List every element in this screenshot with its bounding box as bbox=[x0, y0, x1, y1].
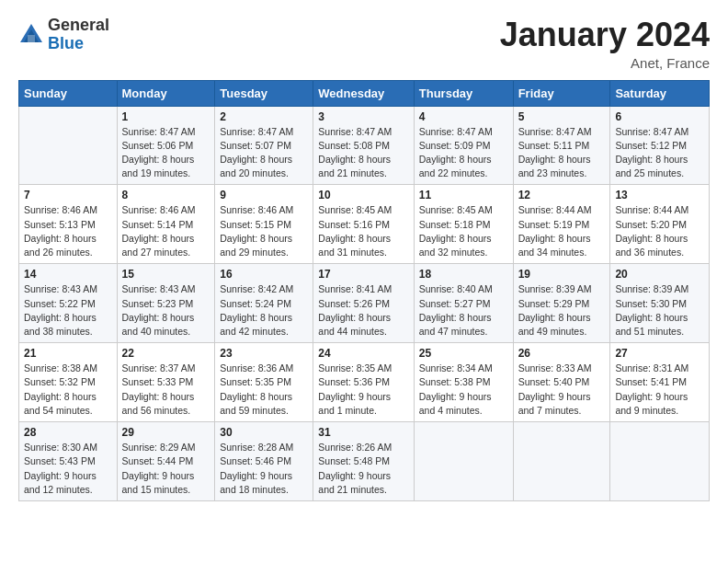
day-number: 24 bbox=[318, 347, 408, 360]
daylight-text-line2: and 31 minutes. bbox=[318, 246, 408, 259]
calendar-cell: 9Sunrise: 8:46 AMSunset: 5:15 PMDaylight… bbox=[215, 185, 313, 264]
calendar-cell bbox=[610, 422, 710, 501]
day-info: Sunrise: 8:26 AMSunset: 5:48 PMDaylight:… bbox=[318, 441, 408, 497]
day-number: 16 bbox=[220, 268, 308, 281]
daylight-text-line1: Daylight: 8 hours bbox=[24, 311, 112, 325]
sunset-text: Sunset: 5:09 PM bbox=[419, 139, 508, 153]
calendar-cell: 12Sunrise: 8:44 AMSunset: 5:19 PMDayligh… bbox=[513, 185, 610, 264]
day-number: 6 bbox=[615, 110, 704, 123]
daylight-text-line1: Daylight: 8 hours bbox=[419, 311, 508, 325]
day-number: 18 bbox=[419, 268, 508, 281]
sunrise-text: Sunrise: 8:40 AM bbox=[419, 282, 508, 296]
weekday-row: SundayMondayTuesdayWednesdayThursdayFrid… bbox=[19, 80, 710, 106]
daylight-text-line2: and 47 minutes. bbox=[419, 325, 508, 339]
calendar-week-row: 7Sunrise: 8:46 AMSunset: 5:13 PMDaylight… bbox=[19, 185, 710, 264]
sunset-text: Sunset: 5:16 PM bbox=[318, 218, 408, 232]
daylight-text-line2: and 4 minutes. bbox=[419, 404, 508, 418]
sunset-text: Sunset: 5:38 PM bbox=[419, 375, 508, 389]
calendar-cell: 2Sunrise: 8:47 AMSunset: 5:07 PMDaylight… bbox=[215, 106, 313, 185]
day-number: 29 bbox=[122, 426, 210, 439]
day-number: 28 bbox=[24, 426, 112, 439]
day-number: 23 bbox=[220, 347, 308, 360]
daylight-text-line1: Daylight: 9 hours bbox=[318, 469, 408, 483]
daylight-text-line1: Daylight: 9 hours bbox=[122, 469, 210, 483]
day-number: 22 bbox=[122, 347, 210, 360]
day-info: Sunrise: 8:44 AMSunset: 5:19 PMDaylight:… bbox=[518, 203, 606, 259]
calendar-cell bbox=[19, 106, 118, 185]
sunrise-text: Sunrise: 8:43 AM bbox=[24, 282, 112, 296]
sunset-text: Sunset: 5:41 PM bbox=[615, 375, 704, 389]
calendar-cell: 13Sunrise: 8:44 AMSunset: 5:20 PMDayligh… bbox=[610, 185, 710, 264]
daylight-text-line2: and 42 minutes. bbox=[220, 325, 308, 339]
sunset-text: Sunset: 5:46 PM bbox=[220, 454, 308, 468]
daylight-text-line2: and 59 minutes. bbox=[220, 404, 308, 418]
calendar-cell: 28Sunrise: 8:30 AMSunset: 5:43 PMDayligh… bbox=[19, 422, 118, 501]
day-number: 21 bbox=[24, 347, 112, 360]
day-info: Sunrise: 8:44 AMSunset: 5:20 PMDaylight:… bbox=[615, 203, 704, 259]
calendar-cell: 30Sunrise: 8:28 AMSunset: 5:46 PMDayligh… bbox=[215, 422, 313, 501]
daylight-text-line2: and 56 minutes. bbox=[122, 404, 210, 418]
sunset-text: Sunset: 5:40 PM bbox=[518, 375, 606, 389]
calendar-cell: 19Sunrise: 8:39 AMSunset: 5:29 PMDayligh… bbox=[513, 264, 610, 343]
day-number: 1 bbox=[122, 110, 210, 123]
daylight-text-line2: and 36 minutes. bbox=[615, 246, 704, 259]
sunset-text: Sunset: 5:35 PM bbox=[220, 375, 308, 389]
day-number: 2 bbox=[220, 110, 308, 123]
calendar-week-row: 1Sunrise: 8:47 AMSunset: 5:06 PMDaylight… bbox=[19, 106, 710, 185]
day-info: Sunrise: 8:43 AMSunset: 5:23 PMDaylight:… bbox=[122, 282, 210, 339]
calendar-cell: 14Sunrise: 8:43 AMSunset: 5:22 PMDayligh… bbox=[19, 264, 118, 343]
calendar-cell: 5Sunrise: 8:47 AMSunset: 5:11 PMDaylight… bbox=[513, 106, 610, 185]
day-info: Sunrise: 8:41 AMSunset: 5:26 PMDaylight:… bbox=[318, 282, 408, 339]
sunset-text: Sunset: 5:48 PM bbox=[318, 454, 408, 468]
daylight-text-line2: and 7 minutes. bbox=[518, 404, 606, 418]
day-info: Sunrise: 8:38 AMSunset: 5:32 PMDaylight:… bbox=[24, 362, 112, 418]
day-number: 9 bbox=[220, 189, 308, 201]
sunset-text: Sunset: 5:08 PM bbox=[318, 139, 408, 153]
daylight-text-line1: Daylight: 8 hours bbox=[318, 232, 408, 246]
sunset-text: Sunset: 5:23 PM bbox=[122, 297, 210, 311]
daylight-text-line1: Daylight: 9 hours bbox=[518, 390, 606, 404]
weekday-header-thursday: Thursday bbox=[414, 80, 513, 106]
logo-general-text: General bbox=[48, 17, 109, 35]
daylight-text-line1: Daylight: 8 hours bbox=[122, 390, 210, 404]
day-number: 4 bbox=[419, 110, 508, 123]
daylight-text-line1: Daylight: 9 hours bbox=[318, 390, 408, 404]
daylight-text-line1: Daylight: 8 hours bbox=[615, 153, 704, 167]
sunrise-text: Sunrise: 8:28 AM bbox=[220, 441, 308, 454]
sunset-text: Sunset: 5:44 PM bbox=[122, 454, 210, 468]
day-info: Sunrise: 8:39 AMSunset: 5:29 PMDaylight:… bbox=[518, 282, 606, 339]
daylight-text-line2: and 54 minutes. bbox=[24, 404, 112, 418]
sunset-text: Sunset: 5:14 PM bbox=[122, 218, 210, 232]
calendar-cell bbox=[513, 422, 610, 501]
sunrise-text: Sunrise: 8:44 AM bbox=[518, 203, 606, 217]
sunset-text: Sunset: 5:18 PM bbox=[419, 218, 508, 232]
daylight-text-line2: and 29 minutes. bbox=[220, 246, 308, 259]
daylight-text-line1: Daylight: 8 hours bbox=[318, 311, 408, 325]
day-info: Sunrise: 8:47 AMSunset: 5:08 PMDaylight:… bbox=[318, 125, 408, 181]
daylight-text-line2: and 38 minutes. bbox=[24, 325, 112, 339]
sunrise-text: Sunrise: 8:46 AM bbox=[24, 203, 112, 217]
calendar-week-row: 14Sunrise: 8:43 AMSunset: 5:22 PMDayligh… bbox=[19, 264, 710, 343]
sunrise-text: Sunrise: 8:46 AM bbox=[122, 203, 210, 217]
calendar-table: SundayMondayTuesdayWednesdayThursdayFrid… bbox=[18, 80, 710, 501]
day-info: Sunrise: 8:29 AMSunset: 5:44 PMDaylight:… bbox=[122, 441, 210, 497]
daylight-text-line1: Daylight: 9 hours bbox=[615, 390, 704, 404]
sunset-text: Sunset: 5:19 PM bbox=[518, 218, 606, 232]
logo-icon bbox=[18, 22, 44, 48]
sunrise-text: Sunrise: 8:30 AM bbox=[24, 441, 112, 454]
daylight-text-line2: and 25 minutes. bbox=[615, 167, 704, 180]
calendar-cell: 26Sunrise: 8:33 AMSunset: 5:40 PMDayligh… bbox=[513, 343, 610, 422]
sunset-text: Sunset: 5:36 PM bbox=[318, 375, 408, 389]
daylight-text-line1: Daylight: 9 hours bbox=[419, 390, 508, 404]
daylight-text-line2: and 26 minutes. bbox=[24, 246, 112, 259]
sunset-text: Sunset: 5:12 PM bbox=[615, 139, 704, 153]
svg-rect-2 bbox=[28, 35, 35, 42]
daylight-text-line1: Daylight: 8 hours bbox=[24, 390, 112, 404]
sunrise-text: Sunrise: 8:41 AM bbox=[318, 282, 408, 296]
calendar-cell: 16Sunrise: 8:42 AMSunset: 5:24 PMDayligh… bbox=[215, 264, 313, 343]
day-number: 31 bbox=[318, 426, 408, 439]
day-info: Sunrise: 8:30 AMSunset: 5:43 PMDaylight:… bbox=[24, 441, 112, 497]
day-info: Sunrise: 8:45 AMSunset: 5:16 PMDaylight:… bbox=[318, 203, 408, 259]
calendar-cell: 15Sunrise: 8:43 AMSunset: 5:23 PMDayligh… bbox=[117, 264, 215, 343]
sunset-text: Sunset: 5:27 PM bbox=[419, 297, 508, 311]
